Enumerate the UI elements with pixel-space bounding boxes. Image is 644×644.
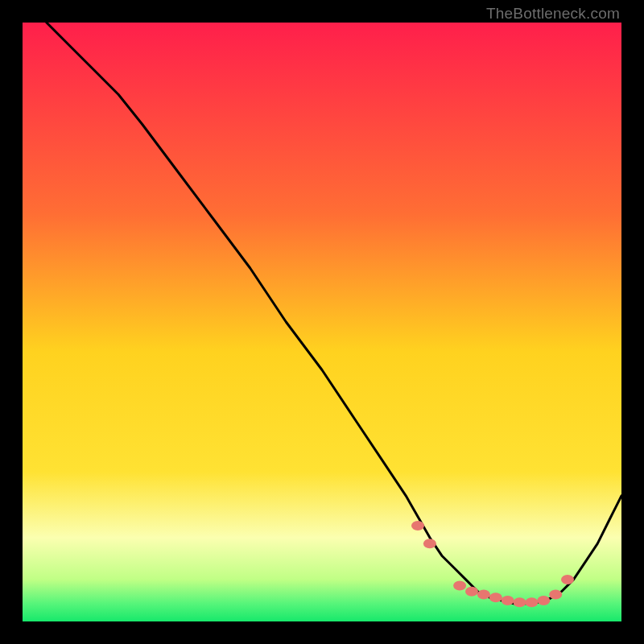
highlight-dot xyxy=(537,596,550,605)
highlight-dot xyxy=(423,539,436,548)
highlight-dot xyxy=(465,587,478,597)
highlight-dot xyxy=(502,596,514,605)
highlight-dot xyxy=(489,592,502,602)
highlight-dot xyxy=(453,580,466,590)
highlight-dot xyxy=(477,590,490,600)
highlight-dot xyxy=(549,590,562,600)
plot-area xyxy=(23,23,621,621)
highlight-dots xyxy=(23,23,621,621)
watermark: TheBottleneck.com xyxy=(486,5,620,23)
highlight-dot xyxy=(561,575,574,584)
highlight-dot xyxy=(411,521,424,530)
chart-frame: TheBottleneck.com xyxy=(0,0,644,644)
highlight-dot xyxy=(525,597,538,607)
highlight-dot xyxy=(514,597,526,607)
